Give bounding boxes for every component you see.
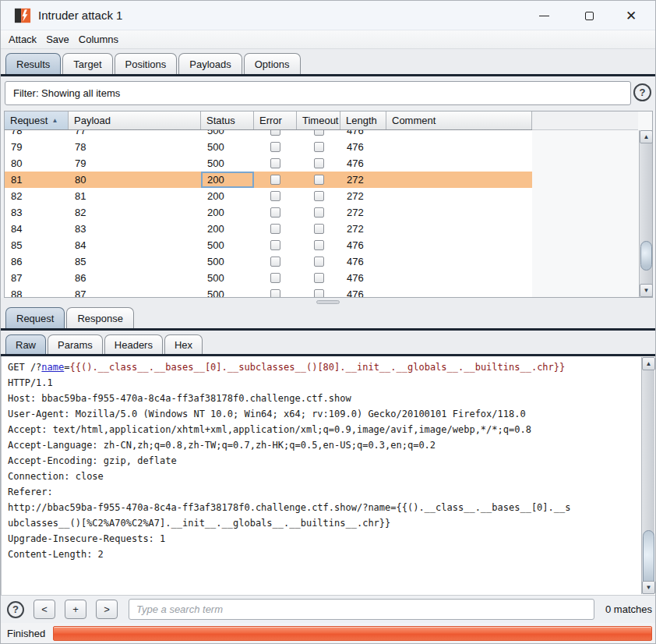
cell-request: 88 (5, 286, 69, 297)
intruder-attack-window: Intruder attack 1 ✕ AttackSaveColumns Re… (0, 0, 656, 644)
error-checkbox[interactable] (270, 191, 280, 201)
scroll-up-icon[interactable]: ▲ (640, 130, 653, 143)
table-row[interactable]: 88 87 500 476 (5, 286, 532, 297)
column-header-timeout[interactable]: Timeout (297, 111, 340, 129)
search-help-icon[interactable]: ? (7, 601, 24, 618)
error-checkbox[interactable] (270, 224, 280, 234)
cell-payload: 87 (69, 286, 201, 297)
add-search-button[interactable]: + (65, 600, 86, 619)
pane-splitter[interactable] (1, 298, 655, 306)
cell-timeout (297, 221, 340, 237)
cell-payload: 85 (69, 253, 201, 270)
tab-target[interactable]: Target (62, 53, 112, 74)
tab-results[interactable]: Results (5, 53, 61, 74)
results-table: Request▲PayloadStatusErrorTimeoutLengthC… (4, 111, 653, 298)
filter-bar[interactable]: Filter: Showing all items (5, 81, 631, 105)
column-header-request[interactable]: Request▲ (5, 111, 69, 129)
match-count: 0 matches (605, 603, 652, 615)
timeout-checkbox[interactable] (314, 207, 324, 218)
tab-headers[interactable]: Headers (104, 334, 163, 354)
column-header-comment[interactable]: Comment (386, 111, 532, 129)
scroll-down-icon[interactable]: ▼ (642, 581, 655, 594)
scrollbar-thumb[interactable] (640, 241, 652, 271)
table-row[interactable]: 87 86 500 476 (5, 270, 532, 286)
cell-length: 272 (340, 172, 386, 188)
code-line: ubclasses__()[%C2%A70%C2%A7].__init__.__… (8, 515, 637, 531)
cell-request: 86 (5, 253, 69, 270)
tab-options[interactable]: Options (244, 53, 301, 74)
timeout-checkbox[interactable] (314, 273, 324, 283)
table-row[interactable]: 82 81 200 272 (5, 188, 532, 204)
error-checkbox[interactable] (270, 240, 280, 250)
timeout-checkbox[interactable] (314, 257, 324, 267)
search-bar: ? < + > 0 matches (1, 595, 655, 623)
maximize-button[interactable] (571, 1, 607, 30)
error-checkbox[interactable] (270, 158, 280, 168)
cell-status: 200 (201, 172, 254, 188)
error-checkbox[interactable] (270, 130, 280, 136)
menu-item-attack[interactable]: Attack (9, 32, 44, 48)
menu-item-save[interactable]: Save (46, 32, 76, 48)
error-checkbox[interactable] (270, 257, 280, 267)
cell-payload: 78 (69, 139, 201, 155)
request-editor[interactable]: GET /?name={{().__class__.__bases__[0]._… (1, 356, 655, 595)
status-label: Finished (7, 628, 45, 639)
timeout-checkbox[interactable] (314, 130, 324, 136)
table-row[interactable]: 86 85 500 476 (5, 253, 532, 270)
column-header-length[interactable]: Length (340, 111, 386, 129)
code-line: http://bbac59ba-f955-470a-8c4a-ff3af3817… (8, 500, 637, 515)
tab-response[interactable]: Response (66, 307, 134, 328)
table-row[interactable]: 83 82 200 272 (5, 204, 532, 221)
error-checkbox[interactable] (270, 273, 280, 283)
error-checkbox[interactable] (270, 175, 280, 185)
cell-request: 84 (5, 221, 69, 237)
help-icon[interactable]: ? (633, 83, 651, 101)
splitter-grip-icon (316, 300, 340, 304)
cell-length: 476 (340, 253, 386, 270)
timeout-checkbox[interactable] (314, 289, 324, 297)
cell-error (254, 237, 297, 253)
table-row[interactable]: 84 83 200 272 (5, 221, 532, 237)
error-checkbox[interactable] (270, 289, 280, 297)
scroll-up-icon[interactable]: ▲ (642, 357, 655, 370)
code-line: Content-Length: 2 (8, 547, 637, 562)
tab-request[interactable]: Request (5, 307, 65, 328)
column-header-status[interactable]: Status (201, 111, 254, 129)
column-header-payload[interactable]: Payload (69, 111, 201, 129)
next-match-button[interactable]: > (96, 600, 118, 619)
table-body: 78 77 500 476 79 78 500 476 80 79 500 47… (5, 130, 532, 297)
cell-request: 85 (5, 237, 69, 253)
sort-ascending-icon: ▲ (51, 117, 58, 124)
table-row[interactable]: 80 79 500 476 (5, 155, 532, 172)
cell-payload: 86 (69, 270, 201, 286)
tab-raw[interactable]: Raw (5, 334, 46, 354)
timeout-checkbox[interactable] (314, 175, 324, 185)
previous-match-button[interactable]: < (34, 600, 55, 619)
timeout-checkbox[interactable] (314, 240, 324, 250)
editor-scrollbar[interactable]: ▲ ▼ (641, 357, 654, 594)
cell-length: 272 (340, 188, 386, 204)
tab-payloads[interactable]: Payloads (178, 53, 242, 74)
minimize-button[interactable] (526, 1, 562, 30)
close-button[interactable]: ✕ (613, 1, 649, 30)
timeout-checkbox[interactable] (314, 224, 324, 234)
table-scrollbar[interactable]: ▲ ▼ (639, 130, 652, 297)
tab-params[interactable]: Params (48, 334, 103, 354)
menu-item-columns[interactable]: Columns (79, 32, 125, 48)
cell-request: 81 (5, 172, 69, 188)
table-row[interactable]: 78 77 500 476 (5, 130, 532, 139)
cell-status: 200 (201, 204, 254, 221)
error-checkbox[interactable] (270, 207, 280, 218)
table-row[interactable]: 81 80 200 272 (5, 172, 532, 188)
tab-positions[interactable]: Positions (115, 53, 178, 74)
timeout-checkbox[interactable] (314, 158, 324, 168)
tab-hex[interactable]: Hex (164, 334, 203, 354)
table-row[interactable]: 79 78 500 476 (5, 139, 532, 155)
search-input[interactable] (129, 599, 594, 620)
error-checkbox[interactable] (270, 142, 280, 152)
table-row[interactable]: 85 84 500 476 (5, 237, 532, 253)
timeout-checkbox[interactable] (314, 142, 324, 152)
column-header-error[interactable]: Error (254, 111, 297, 129)
scroll-down-icon[interactable]: ▼ (640, 284, 653, 297)
timeout-checkbox[interactable] (314, 191, 324, 201)
